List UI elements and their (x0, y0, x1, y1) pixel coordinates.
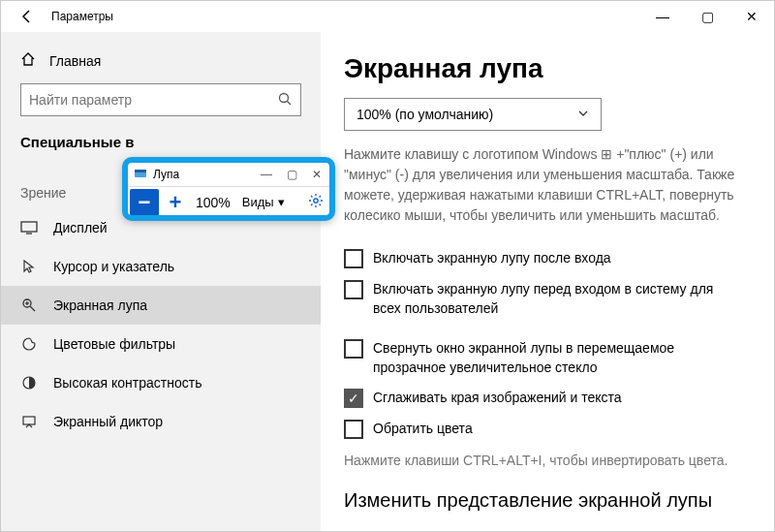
check-label: Свернуть окно экранной лупы в перемещаем… (373, 339, 745, 377)
chevron-down-icon (577, 107, 589, 122)
check-enable-before-login[interactable]: Включать экранную лупу перед входом в си… (344, 274, 745, 324)
minimize-button[interactable]: — (640, 1, 685, 32)
check-smooth-edges[interactable]: ✓ Сглаживать края изображений и текста (344, 383, 745, 414)
magnifier-minimize-button[interactable]: — (254, 168, 279, 181)
contrast-icon (20, 375, 38, 391)
magnifier-title: Лупа (153, 168, 179, 181)
sidebar-item-label: Дисплей (53, 220, 108, 235)
section-title: Специальные в (1, 134, 321, 160)
sidebar-item-label: Курсор и указатель (53, 259, 174, 274)
svg-line-20 (320, 196, 322, 198)
dropdown-value: 100% (по умолчанию) (356, 107, 493, 122)
sidebar-item-label: Цветовые фильтры (53, 336, 175, 352)
svg-rect-11 (135, 170, 146, 172)
svg-rect-2 (21, 222, 37, 232)
svg-line-17 (311, 196, 313, 198)
palette-icon (20, 336, 38, 352)
magnifier-icon (20, 297, 38, 313)
sidebar-item-label: Экранный диктор (53, 414, 163, 429)
views-label: Виды (242, 195, 274, 209)
magnifier-titlebar[interactable]: Лупа — ▢ ✕ (128, 163, 329, 186)
zoom-level: 100% (190, 195, 236, 210)
checkbox[interactable] (344, 339, 363, 359)
close-button[interactable]: ✕ (729, 1, 774, 32)
magnifier-toolbar: − + 100% Виды ▾ (128, 186, 329, 217)
help-text: Нажмите клавишу с логотипом Windows ⊞ +"… (344, 144, 745, 226)
sidebar-item-cursor[interactable]: Курсор и указатель (1, 247, 321, 286)
zoom-in-button[interactable]: + (161, 189, 190, 216)
check-label: Обратить цвета (373, 420, 477, 439)
svg-line-18 (320, 203, 322, 205)
maximize-button[interactable]: ▢ (685, 1, 729, 32)
sub-heading: Изменить представление экранной лупы (344, 489, 745, 512)
check-label: Сглаживать края изображений и текста (373, 389, 626, 408)
svg-line-19 (311, 203, 313, 205)
search-icon (277, 91, 293, 110)
magnifier-maximize-button[interactable]: ▢ (279, 168, 304, 181)
main-content: Экранная лупа 100% (по умолчанию) Нажмит… (321, 32, 774, 531)
check-enable-after-login[interactable]: Включать экранную лупу после входа (344, 243, 745, 274)
invert-hint: Нажмите клавиши CTRL+ALT+I, чтобы инверт… (344, 453, 745, 468)
home-label: Главная (49, 53, 101, 69)
svg-point-0 (280, 93, 289, 102)
check-collapse-window[interactable]: Свернуть окно экранной лупы в перемещаем… (344, 333, 745, 383)
search-input[interactable] (29, 92, 277, 108)
sidebar-item-label: Экранная лупа (53, 297, 147, 313)
narrator-icon (20, 414, 38, 429)
sidebar-item-narrator[interactable]: Экранный диктор (1, 402, 321, 441)
sidebar-item-magnifier[interactable]: Экранная лупа (1, 286, 321, 325)
checkbox[interactable]: ✓ (344, 389, 363, 408)
page-title: Экранная лупа (344, 53, 745, 84)
window-title: Параметры (51, 10, 113, 23)
back-button[interactable] (16, 6, 38, 27)
magnifier-close-button[interactable]: ✕ (304, 168, 329, 181)
sidebar-item-color-filters[interactable]: Цветовые фильтры (1, 325, 321, 363)
sidebar-item-label: Высокая контрастность (53, 375, 202, 391)
svg-line-1 (288, 101, 292, 105)
check-invert-colors[interactable]: Обратить цвета (344, 414, 745, 445)
views-dropdown[interactable]: Виды ▾ (236, 195, 291, 209)
magnifier-settings-button[interactable] (308, 193, 324, 212)
check-label: Включать экранную лупу перед входом в си… (373, 280, 745, 318)
search-box[interactable] (20, 83, 301, 116)
settings-window: Параметры — ▢ ✕ Главная Специальные в Зр… (0, 0, 775, 532)
zoom-default-dropdown[interactable]: 100% (по умолчанию) (344, 98, 602, 131)
home-button[interactable]: Главная (1, 46, 321, 83)
svg-rect-9 (23, 417, 35, 424)
sidebar: Главная Специальные в Зрение Дисплей Кур… (1, 32, 321, 531)
magnifier-window-controls: — ▢ ✕ (254, 168, 329, 181)
checkbox[interactable] (344, 249, 363, 268)
svg-point-12 (314, 198, 318, 202)
checkbox[interactable] (344, 420, 363, 439)
sidebar-item-high-contrast[interactable]: Высокая контрастность (1, 363, 321, 402)
dropdown-caret-icon: ▾ (278, 195, 285, 209)
display-icon (20, 221, 38, 235)
window-body: Главная Специальные в Зрение Дисплей Кур… (1, 32, 774, 531)
magnifier-toolbar-window[interactable]: Лупа — ▢ ✕ − + 100% Виды ▾ (122, 157, 335, 221)
cursor-icon (20, 259, 38, 274)
magnifier-app-icon (134, 168, 147, 182)
zoom-out-button[interactable]: − (130, 189, 159, 216)
check-label: Включать экранную лупу после входа (373, 249, 615, 268)
home-icon (20, 51, 36, 70)
svg-line-5 (30, 306, 35, 311)
checkbox[interactable] (344, 280, 363, 299)
titlebar: Параметры — ▢ ✕ (1, 1, 774, 32)
window-controls: — ▢ ✕ (640, 1, 774, 32)
